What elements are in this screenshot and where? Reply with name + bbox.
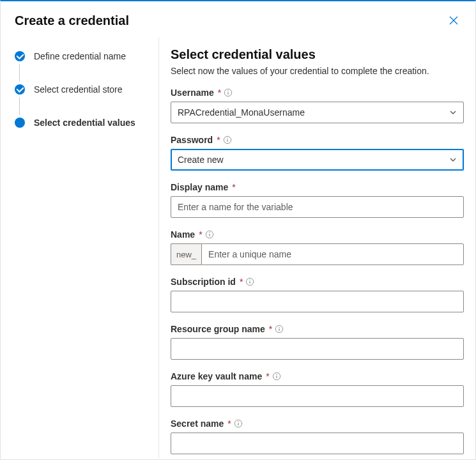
info-icon[interactable]: [275, 325, 284, 334]
field-resource-group: Resource group name *: [171, 324, 464, 360]
required-indicator: *: [269, 324, 272, 334]
password-select[interactable]: Create new: [171, 149, 464, 171]
current-step-icon: [15, 118, 25, 128]
section-description: Select now the values of your credential…: [171, 66, 464, 76]
field-subscription-id: Subscription id *: [171, 277, 464, 312]
field-secret-name: Secret name *: [171, 418, 464, 454]
key-vault-input[interactable]: [171, 385, 464, 407]
key-vault-label: Azure key vault name: [171, 371, 262, 381]
create-credential-panel: Create a credential Define credential na…: [0, 0, 476, 460]
required-indicator: *: [232, 182, 235, 192]
field-key-vault: Azure key vault name *: [171, 371, 464, 407]
panel-header: Create a credential: [1, 1, 475, 37]
required-indicator: *: [240, 277, 243, 287]
chevron-down-icon: [449, 109, 457, 116]
field-display-name: Display name *: [171, 182, 464, 218]
step-select-store[interactable]: Select credential store: [15, 84, 147, 118]
subscription-id-input[interactable]: [171, 291, 464, 312]
info-icon[interactable]: [245, 277, 254, 286]
required-indicator: *: [199, 229, 202, 240]
form-area: Select credential values Select now the …: [159, 37, 475, 458]
required-indicator: *: [217, 135, 220, 145]
check-icon: [15, 84, 25, 95]
username-select[interactable]: RPACredential_MonaUsername: [171, 102, 464, 123]
required-indicator: *: [266, 371, 269, 381]
step-label: Select credential values: [34, 118, 135, 128]
svg-point-10: [209, 233, 210, 233]
resource-group-label: Resource group name: [171, 324, 265, 334]
password-label: Password: [171, 135, 213, 145]
svg-point-19: [276, 374, 277, 375]
username-label: Username: [171, 88, 214, 98]
svg-point-13: [250, 280, 250, 280]
name-input[interactable]: [201, 243, 464, 265]
info-icon[interactable]: [272, 372, 281, 381]
subscription-label: Subscription id: [171, 277, 236, 287]
svg-point-4: [227, 91, 228, 91]
resource-group-input[interactable]: [171, 338, 464, 360]
chevron-down-icon: [449, 156, 457, 164]
section-title: Select credential values: [171, 47, 464, 62]
field-name: Name * new_: [171, 229, 464, 265]
check-icon: [15, 51, 25, 61]
name-prefix: new_: [171, 243, 201, 265]
password-value: Create new: [178, 155, 224, 165]
name-label: Name: [171, 229, 195, 240]
info-icon[interactable]: [224, 88, 233, 97]
svg-point-7: [227, 138, 227, 139]
username-value: RPACredential_MonaUsername: [178, 107, 305, 118]
display-name-label: Display name: [171, 182, 228, 192]
wizard-steps: Define credential name Select credential…: [1, 37, 159, 458]
info-icon[interactable]: [234, 419, 243, 428]
secret-name-input[interactable]: [171, 433, 464, 454]
svg-point-22: [238, 422, 238, 422]
field-password: Password * Create new: [171, 135, 464, 171]
field-username: Username * RPACredential_MonaUsername: [171, 88, 464, 123]
panel-title: Create a credential: [15, 13, 129, 28]
info-icon[interactable]: [223, 135, 232, 144]
info-icon[interactable]: [205, 230, 214, 239]
step-label: Define credential name: [34, 51, 126, 61]
display-name-input[interactable]: [171, 196, 464, 218]
step-select-values[interactable]: Select credential values: [15, 118, 147, 128]
required-indicator: *: [227, 418, 231, 429]
required-indicator: *: [218, 88, 221, 98]
step-define-name[interactable]: Define credential name: [15, 51, 147, 84]
secret-name-label: Secret name: [171, 418, 224, 429]
close-icon: [449, 15, 459, 26]
step-label: Select credential store: [34, 84, 123, 95]
close-button[interactable]: [446, 13, 461, 28]
svg-point-16: [279, 327, 280, 328]
